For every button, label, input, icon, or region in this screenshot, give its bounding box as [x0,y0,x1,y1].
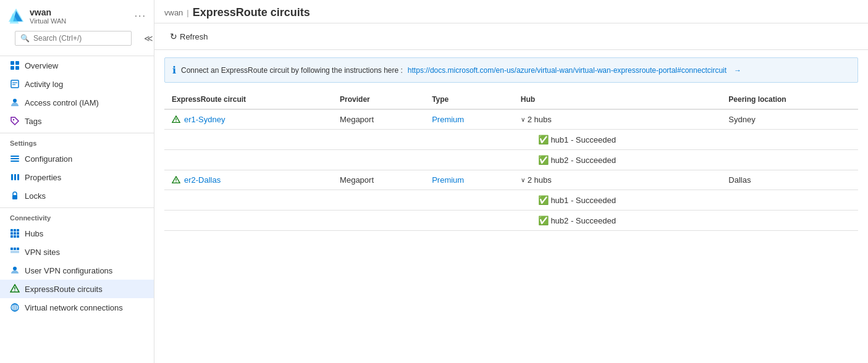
sidebar-item-overview[interactable]: Overview [0,56,154,75]
svg-rect-29 [14,248,16,250]
svg-rect-21 [17,229,19,232]
hub-expand-1[interactable]: ∨ 2 hubs [521,115,714,124]
sidebar-item-vnet[interactable]: Virtual network connections [0,298,154,317]
hub-cell-1: ∨ 2 hubs [513,109,722,130]
expressroute-row-icon-1 [172,115,180,124]
type-link-1[interactable]: Premium [432,115,506,124]
col-header-peering: Peering location [721,90,858,109]
peering-cell-1: Sydney [721,109,858,130]
success-icon: ✅ [538,155,549,165]
refresh-button[interactable]: ↻ Refresh [164,28,214,44]
table-row-sub: ✅ hub2 - Succeeded [164,150,858,170]
sidebar-item-configuration[interactable]: Configuration [0,149,154,168]
page-title: ExpressRoute circuits [193,6,310,19]
success-icon: ✅ [538,135,549,144]
overview-icon [10,60,20,70]
vnet-icon [10,302,20,312]
type-cell-1: Premium [424,109,513,130]
col-header-type: Type [424,90,513,109]
svg-rect-13 [11,158,19,159]
sidebar-item-activity-log[interactable]: Activity log [0,75,154,93]
peering-cell-2: Dallas [721,170,858,190]
provider-cell-1: Megaport [332,109,424,130]
svg-rect-16 [14,174,16,180]
circuit-link-1[interactable]: er1-Sydney [172,115,325,124]
refresh-label: Refresh [180,32,208,41]
sidebar-item-properties[interactable]: Properties [0,168,154,186]
chevron-down-icon-2: ∨ [521,177,525,183]
sidebar-item-vpn-sites[interactable]: VPN sites [0,243,154,261]
settings-section-label: Settings [0,133,154,149]
user-vpn-icon [10,265,20,275]
more-options-button[interactable]: ··· [135,10,146,22]
success-icon: ✅ [538,195,549,205]
svg-rect-23 [14,232,16,235]
svg-rect-5 [11,66,14,70]
sidebar-header: vwan Virtual WAN ··· 🔍 ≪ [0,0,154,56]
activity-log-icon [10,79,20,89]
circuit-cell-2: er2-Dallas [164,170,332,190]
success-icon: ✅ [538,215,549,225]
sidebar-item-expressroute[interactable]: ExpressRoute circuits [0,280,154,298]
hub-sub-cell-2a: ✅ hub1 - Succeeded [513,190,722,211]
sidebar-item-label-tags: Tags [25,117,41,126]
chevron-down-icon-1: ∨ [521,116,525,123]
table-row-sub: ✅ hub2 - Succeeded [164,211,858,231]
svg-point-32 [13,267,17,270]
page-header: vwan | ExpressRoute circuits [154,0,868,23]
svg-point-35 [14,290,15,291]
info-text: Connect an ExpressRoute circuit by follo… [181,66,403,75]
sidebar-item-label-hubs: Hubs [25,229,43,238]
svg-rect-19 [11,229,13,232]
svg-rect-7 [11,80,19,88]
sidebar-item-tags[interactable]: Tags [0,112,154,130]
sidebar-item-user-vpn[interactable]: User VPN configurations [0,261,154,280]
hub-sub-cell-1a: ✅ hub1 - Succeeded [513,130,722,150]
svg-rect-31 [11,251,19,253]
svg-rect-17 [17,174,19,180]
toolbar: ↻ Refresh [154,23,868,50]
expressroute-icon [10,284,20,294]
sidebar-item-iam[interactable]: Access control (IAM) [0,93,154,112]
circuit-link-2[interactable]: er2-Dallas [172,175,325,185]
table-header-row: ExpressRoute circuit Provider Type Hub P… [164,90,858,109]
table-row: er2-Dallas Megaport Premium ∨ 2 hubs Dal… [164,170,858,190]
sidebar-nav: Overview Activity log Access control (IA… [0,56,154,363]
app-logo-icon [7,7,25,25]
svg-point-11 [13,119,14,120]
search-input[interactable] [33,34,126,43]
svg-rect-14 [11,161,19,162]
tags-icon [10,116,20,126]
sidebar-item-label-user-vpn: User VPN configurations [25,266,112,275]
sidebar-item-label-vnet: Virtual network connections [25,303,123,312]
table-row-sub: ✅ hub1 - Succeeded [164,130,858,150]
col-header-provider: Provider [332,90,424,109]
search-box[interactable]: 🔍 [15,31,132,46]
sidebar-item-label-locks: Locks [25,191,46,201]
properties-icon [10,172,20,182]
svg-rect-27 [17,235,19,238]
svg-rect-24 [17,232,19,235]
sidebar-item-hubs[interactable]: Hubs [0,224,154,243]
hub-expand-2[interactable]: ∨ 2 hubs [521,175,714,185]
sidebar-item-label-configuration: Configuration [25,154,72,164]
breadcrumb-sep: | [187,8,188,17]
svg-rect-6 [15,66,19,70]
breadcrumb-vwan: vwan [164,8,183,17]
table-container: ExpressRoute circuit Provider Type Hub P… [154,90,868,363]
sidebar-item-label-iam: Access control (IAM) [25,98,99,107]
svg-point-41 [175,120,176,121]
sidebar-item-label-expressroute: ExpressRoute circuits [25,285,103,294]
table-row: er1-Sydney Megaport Premium ∨ 2 hubs Syd… [164,109,858,130]
sidebar-item-locks[interactable]: Locks [0,186,154,205]
sidebar-item-label-activity-log: Activity log [25,80,63,89]
info-link[interactable]: https://docs.microsoft.com/en-us/azure/v… [408,66,727,75]
app-title: vwan [30,7,130,17]
info-banner: ℹ Connect an ExpressRoute circuit by fol… [164,57,858,83]
sidebar: vwan Virtual WAN ··· 🔍 ≪ Overview Activi… [0,0,154,363]
type-link-2[interactable]: Premium [432,175,506,185]
svg-rect-4 [15,61,19,65]
svg-rect-18 [12,195,17,199]
iam-icon [10,98,20,107]
collapse-sidebar-button[interactable]: ≪ [139,31,154,46]
